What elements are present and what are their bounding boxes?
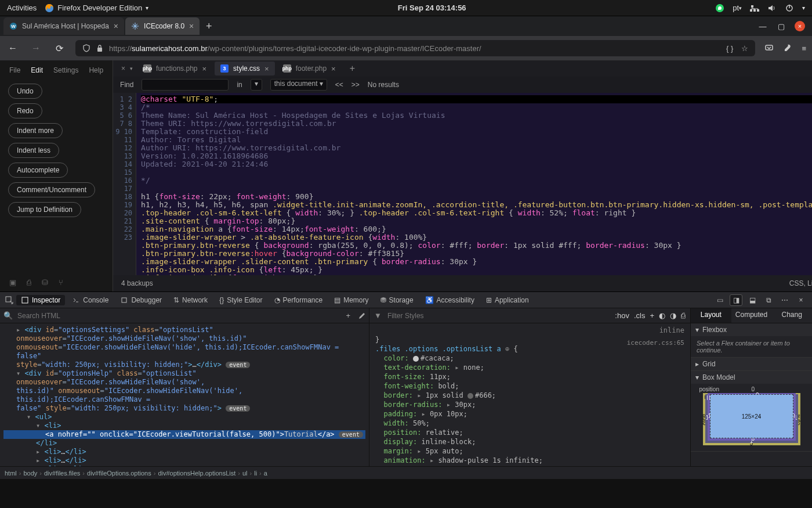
svg-text:W: W xyxy=(11,24,16,29)
boxmodel-section[interactable]: ▾Box Model xyxy=(691,371,812,384)
light-icon[interactable]: ◐ xyxy=(659,311,665,320)
git-icon[interactable]: ⑂ xyxy=(59,278,63,287)
add-node-button[interactable]: + xyxy=(342,311,354,320)
maximize-button[interactable]: ▢ xyxy=(776,21,786,31)
firefox-icon xyxy=(45,3,54,13)
network-tab[interactable]: ⇅Network xyxy=(169,295,212,305)
editor-tab-footer[interactable]: phpfooter.php× xyxy=(277,62,342,75)
print-icon[interactable]: ⎙ xyxy=(681,311,686,320)
language-indicator[interactable]: pt ▾ xyxy=(733,3,742,12)
pick-element-icon[interactable] xyxy=(5,296,14,305)
new-tab-button[interactable]: + xyxy=(344,63,361,74)
bookmark-star-icon[interactable]: ☆ xyxy=(741,44,748,53)
eyedropper-icon[interactable] xyxy=(357,312,365,320)
menu-edit[interactable]: Edit xyxy=(31,66,43,74)
responsive-icon[interactable]: ▭ xyxy=(713,294,726,306)
close-icon[interactable]: × xyxy=(114,21,118,31)
url-bar[interactable]: https://sulamericahost.com.br/wp-content… xyxy=(75,40,755,56)
braces-icon[interactable]: { } xyxy=(726,44,733,53)
app-menu[interactable]: Firefox Developer Edition ▾ xyxy=(45,3,148,13)
browser-tab-1[interactable]: W Sul América Host | Hospeda × xyxy=(3,17,124,35)
line-gutter: 1 2 3 4 5 6 7 8 9 10 11 12 13 14 15 16 1… xyxy=(113,93,136,275)
cls-button[interactable]: .cls xyxy=(634,311,646,320)
forward-button[interactable]: → xyxy=(29,43,43,53)
close-icon[interactable]: × xyxy=(264,64,269,73)
chevron-down-icon[interactable]: ▾ xyxy=(130,66,133,71)
layout-subtab[interactable]: Layout xyxy=(691,308,731,323)
activities-button[interactable]: Activities xyxy=(7,3,37,12)
code-content[interactable]: @charset "UTF-8"; /* Theme Name: Sul Amé… xyxy=(136,93,812,275)
jump-button[interactable]: Jump to Definition xyxy=(8,202,81,217)
menu-file[interactable]: File xyxy=(9,66,20,74)
pocket-icon[interactable] xyxy=(764,44,774,53)
menu-settings[interactable]: Settings xyxy=(53,66,78,74)
storage-tab[interactable]: ⛃Storage xyxy=(376,295,418,305)
indent-more-button[interactable]: Indent more xyxy=(8,123,63,138)
application-tab[interactable]: ⊞Application xyxy=(481,295,534,305)
clock[interactable]: Fri Sep 24 03:14:56 xyxy=(148,3,715,12)
contrast-icon[interactable]: ◑ xyxy=(670,311,676,320)
new-tab-button[interactable]: + xyxy=(201,20,217,33)
find-input[interactable] xyxy=(142,79,229,91)
add-rule-button[interactable]: + xyxy=(650,311,654,320)
find-target-select[interactable]: ▾ xyxy=(251,79,262,91)
database-icon[interactable]: ⛁ xyxy=(42,278,48,287)
flexbox-section[interactable]: ▾Flexbox xyxy=(691,323,812,336)
close-all-icon[interactable]: × xyxy=(121,64,125,73)
dock-bottom-icon[interactable]: ⬓ xyxy=(746,294,759,306)
find-next-button[interactable]: >> xyxy=(351,81,360,89)
svg-rect-10 xyxy=(97,48,102,52)
chevron-down-icon[interactable]: ▾ xyxy=(802,5,805,11)
terminal-icon[interactable]: ▣ xyxy=(9,278,16,287)
close-icon[interactable]: × xyxy=(189,21,194,31)
close-icon[interactable]: × xyxy=(331,64,336,73)
changes-subtab[interactable]: Chang xyxy=(771,308,812,323)
whatsapp-icon[interactable] xyxy=(715,3,724,13)
redo-button[interactable]: Redo xyxy=(8,103,42,118)
close-icon[interactable]: × xyxy=(202,64,206,73)
undo-button[interactable]: Undo xyxy=(8,84,42,99)
window-close-button[interactable]: × xyxy=(795,21,805,31)
grid-section[interactable]: ▸Grid xyxy=(691,358,812,370)
css-rules-pane[interactable]: inline } .files .options .optionsList a … xyxy=(369,323,690,466)
memory-tab[interactable]: ▤Memory xyxy=(329,295,373,305)
devtools-close-icon[interactable]: × xyxy=(795,294,807,306)
computed-subtab[interactable]: Computed xyxy=(731,308,772,323)
browser-tab-2[interactable]: ICEcoder 8.0 × xyxy=(125,17,200,35)
debugger-tab[interactable]: Debugger xyxy=(115,295,166,305)
inline-label: inline xyxy=(375,326,684,335)
editor-tab-functions[interactable]: phpfunctions.php× xyxy=(137,62,212,75)
power-icon[interactable] xyxy=(785,3,794,13)
inspector-tab[interactable]: Inspector xyxy=(16,295,65,305)
style-editor-tab[interactable]: {}Style Editor xyxy=(215,295,267,305)
dock-window-icon[interactable]: ⧉ xyxy=(762,294,775,306)
console-tab[interactable]: Console xyxy=(67,295,113,305)
source-link[interactable]: icecoder.css:65 xyxy=(627,338,684,348)
hov-button[interactable]: :hov xyxy=(615,311,629,320)
autocomplete-button[interactable]: Autocomplete xyxy=(8,163,68,178)
find-prev-button[interactable]: << xyxy=(335,81,343,89)
filter-styles-input[interactable] xyxy=(386,311,610,320)
html-tree[interactable]: ▸ <div id="optionsSettings" class="optio… xyxy=(0,323,369,466)
minimize-button[interactable]: — xyxy=(757,21,768,31)
find-scope-select[interactable]: this document ▾ xyxy=(270,79,327,91)
more-icon[interactable]: ⋯ xyxy=(778,294,791,306)
breadcrumb-trail[interactable]: html› body› div#files.files› div#fileOpt… xyxy=(0,466,812,479)
comment-button[interactable]: Comment/Uncomment xyxy=(8,182,95,197)
file-icon[interactable]: ⎙ xyxy=(27,278,31,287)
reload-button[interactable]: ⟳ xyxy=(52,43,66,54)
menu-help[interactable]: Help xyxy=(89,66,103,74)
back-button[interactable]: ← xyxy=(6,43,20,53)
performance-tab[interactable]: ◔Performance xyxy=(270,295,328,305)
hamburger-icon[interactable]: ≡ xyxy=(802,44,806,53)
volume-icon[interactable] xyxy=(767,3,777,13)
dock-right-icon[interactable]: ◨ xyxy=(730,294,742,306)
accessibility-tab[interactable]: ♿Accessibility xyxy=(420,295,479,305)
editor-tab-style[interactable]: 3style.css× xyxy=(215,62,275,75)
network-icon[interactable] xyxy=(750,3,759,13)
indent-less-button[interactable]: Indent less xyxy=(8,143,59,158)
wrench-icon[interactable] xyxy=(783,44,792,53)
html-search-input[interactable] xyxy=(16,311,339,320)
box-model-diagram: position 0 margin 5 5 auto auto border 1… xyxy=(699,386,804,449)
code-editor[interactable]: 1 2 3 4 5 6 7 8 9 10 11 12 13 14 15 16 1… xyxy=(113,93,812,275)
